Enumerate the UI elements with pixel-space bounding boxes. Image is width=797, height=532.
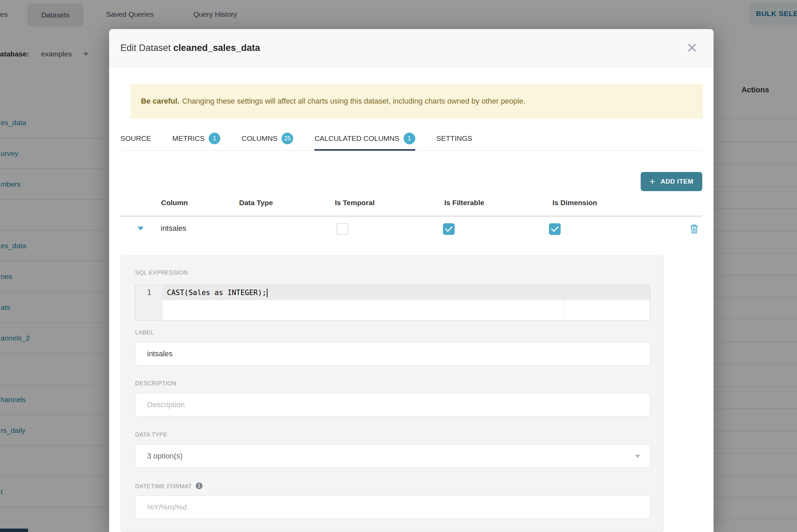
label-input[interactable] bbox=[135, 342, 650, 365]
warning-banner-bold: Be careful. bbox=[141, 97, 180, 106]
header-column: Column bbox=[161, 199, 188, 207]
header-is-filterable: Is Filterable bbox=[444, 199, 484, 207]
tab-badge: 1 bbox=[209, 133, 220, 144]
tab-settings[interactable]: SETTINGS bbox=[436, 127, 472, 150]
checkbox-is-temporal[interactable] bbox=[337, 223, 348, 235]
checkbox-is-filterable[interactable] bbox=[443, 223, 455, 235]
info-icon[interactable] bbox=[195, 482, 203, 491]
sql-expression-label: SQL EXPRESSION bbox=[135, 269, 188, 276]
modal-title-prefix: Edit Dataset bbox=[120, 43, 171, 53]
datetime-format-input[interactable] bbox=[135, 495, 650, 519]
modal-tabs: SOURCE METRICS 1 COLUMNS 25 CALCULATED C… bbox=[120, 127, 702, 151]
tab-calculated-columns[interactable]: CALCULATED COLUMNS 1 bbox=[314, 127, 415, 150]
close-icon: ✕ bbox=[686, 40, 698, 56]
modal-title-dataset-name: cleaned_sales_data bbox=[173, 43, 260, 53]
editor-line-number: 1 bbox=[135, 285, 163, 300]
editor-code-line: CAST(Sales as INTEGER); bbox=[167, 285, 267, 300]
data-type-select[interactable]: 3 option(s) bbox=[135, 444, 650, 468]
label-field-label: LABEL bbox=[135, 329, 154, 336]
tab-badge: 1 bbox=[404, 133, 415, 144]
warning-banner: Be careful. Changing these settings will… bbox=[131, 84, 703, 119]
calculated-column-row: intsales bbox=[109, 217, 714, 241]
description-field-label: DESCRIPTION bbox=[135, 380, 177, 387]
checkbox-is-dimension[interactable] bbox=[549, 223, 561, 235]
chevron-down-icon bbox=[635, 455, 640, 458]
trash-icon bbox=[690, 224, 699, 234]
add-item-label: ADD ITEM bbox=[661, 178, 693, 185]
sql-editor[interactable]: 1 CAST(Sales as INTEGER); bbox=[135, 285, 650, 320]
tab-metrics[interactable]: METRICS 1 bbox=[172, 127, 221, 150]
add-item-button[interactable]: + ADD ITEM bbox=[641, 172, 702, 191]
editor-cursor bbox=[267, 289, 267, 297]
plus-icon: + bbox=[650, 177, 655, 186]
row-expand-caret-icon[interactable] bbox=[138, 227, 144, 230]
editor-print-margin bbox=[564, 285, 564, 320]
header-data-type: Data Type bbox=[239, 199, 273, 207]
datetime-format-field-label: DATETIME FORMAT bbox=[135, 482, 203, 491]
screen: es Datasets Saved Queries Query History … bbox=[0, 0, 797, 532]
expanded-column-panel: SQL EXPRESSION 1 CAST(Sales as INTEGER);… bbox=[120, 255, 664, 532]
tab-source[interactable]: SOURCE bbox=[120, 127, 151, 150]
close-button[interactable]: ✕ bbox=[686, 29, 698, 67]
header-is-dimension: Is Dimension bbox=[552, 199, 597, 207]
header-is-temporal: Is Temporal bbox=[335, 199, 375, 207]
tab-columns[interactable]: COLUMNS 25 bbox=[241, 127, 293, 150]
tab-badge: 25 bbox=[282, 133, 293, 144]
modal-title: Edit Dataset cleaned_sales_data bbox=[120, 29, 260, 67]
column-name-cell: intsales bbox=[161, 224, 186, 233]
data-type-select-value: 3 option(s) bbox=[147, 452, 183, 461]
delete-row-button[interactable] bbox=[690, 224, 699, 235]
data-type-field-label: DATA TYPE bbox=[135, 431, 167, 438]
warning-banner-text: Changing these settings will affect all … bbox=[182, 97, 526, 106]
description-input[interactable] bbox=[135, 393, 650, 416]
edit-dataset-modal: Edit Dataset cleaned_sales_data ✕ Be car… bbox=[109, 29, 714, 532]
modal-header: Edit Dataset cleaned_sales_data ✕ bbox=[109, 29, 714, 67]
